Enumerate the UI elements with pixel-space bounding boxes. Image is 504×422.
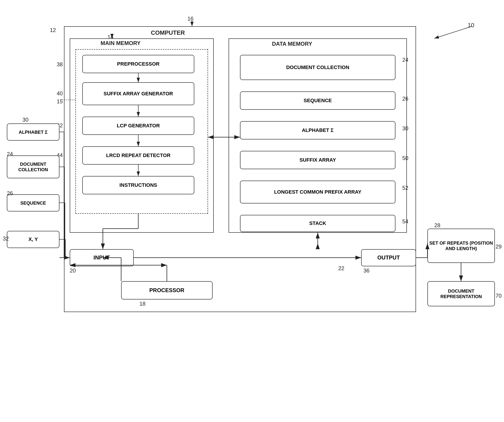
doc-collection-right-box: DOCUMENT COLLECTION: [240, 55, 396, 80]
input-box: INPUT: [70, 249, 134, 266]
set-of-repeats-label: SET OF REPEATS (POSITION AND LENGTH): [428, 240, 494, 251]
label-26-right: 26: [402, 96, 408, 102]
label-22: 22: [338, 265, 344, 271]
label-26-left: 26: [7, 190, 13, 197]
svg-line-4: [434, 26, 472, 38]
doc-collection-right-label: DOCUMENT COLLECTION: [286, 65, 349, 70]
sequence-right-label: SEQUENCE: [304, 98, 332, 103]
lrcd-box: LRCD REPEAT DETECTOR: [82, 146, 194, 165]
lcp-array-box: LONGEST COMMON PREFIX ARRAY: [240, 181, 396, 204]
output-label: OUTPUT: [377, 254, 400, 261]
computer-label: COMPUTER: [151, 29, 185, 36]
instructions-label: INSTRUCTIONS: [120, 182, 157, 188]
label-28: 28: [434, 222, 440, 229]
input-label: INPUT: [94, 254, 110, 261]
instructions-box: INSTRUCTIONS: [82, 176, 194, 194]
alphabet-left-box: ALPHABET Σ: [7, 123, 60, 141]
lcp-gen-box: LCP GENERATOR: [82, 117, 194, 135]
label-24-right: 24: [402, 57, 408, 63]
label-40: 40: [57, 90, 63, 97]
label-15: 15: [57, 98, 63, 105]
diagram: 10 COMPUTER 16 12 MAIN MEMORY 14 15 PREP…: [0, 0, 504, 422]
label-24-left: 24: [7, 151, 13, 157]
label-16: 16: [187, 16, 194, 22]
processor-box: PROCESSOR: [121, 281, 213, 300]
label-10: 10: [468, 22, 474, 29]
suffix-array-right-box: SUFFIX ARRAY: [240, 151, 396, 169]
label-36: 36: [363, 267, 370, 274]
doc-representation-label: DOCUMENT REPRESENTATION: [428, 288, 494, 299]
label-32: 32: [3, 235, 9, 242]
label-70: 70: [496, 293, 502, 299]
doc-collection-left-box: DOCUMENT COLLECTION: [7, 156, 60, 178]
sequence-right-box: SEQUENCE: [240, 91, 396, 110]
xy-box: X, Y: [7, 231, 60, 248]
label-38: 38: [57, 61, 63, 68]
label-20: 20: [70, 267, 76, 274]
label-54: 54: [402, 218, 408, 225]
label-30-right: 30: [402, 125, 408, 132]
stack-label: STACK: [309, 220, 326, 226]
lrcd-label: LRCD REPEAT DETECTOR: [106, 152, 170, 158]
doc-collection-left-label: DOCUMENT COLLECTION: [7, 161, 59, 172]
suffix-array-right-label: SUFFIX ARRAY: [300, 157, 336, 163]
preprocessor-box: PREPROCESSOR: [82, 55, 194, 73]
xy-label: X, Y: [28, 236, 38, 242]
lcp-array-label: LONGEST COMMON PREFIX ARRAY: [274, 189, 361, 195]
label-30-left: 30: [22, 117, 29, 123]
alphabet-right-label: ALPHABET Σ: [302, 127, 334, 133]
label-52: 52: [402, 185, 408, 191]
main-memory-label: MAIN MEMORY: [101, 40, 141, 46]
label-50: 50: [402, 155, 408, 161]
output-box: OUTPUT: [361, 249, 416, 266]
label-12: 12: [50, 27, 56, 33]
sequence-left-label: SEQUENCE: [20, 200, 46, 206]
preprocessor-label: PREPROCESSOR: [117, 61, 160, 67]
lcp-gen-label: LCP GENERATOR: [117, 123, 160, 129]
label-29: 29: [496, 243, 502, 250]
stack-box: STACK: [240, 215, 396, 232]
set-of-repeats-box: SET OF REPEATS (POSITION AND LENGTH): [427, 229, 495, 263]
processor-label: PROCESSOR: [149, 287, 184, 294]
label-14: 14: [108, 34, 114, 40]
alphabet-left-label: ALPHABET Σ: [19, 129, 48, 135]
suffix-array-gen-box: SUFFIX ARRAY GENERATOR: [82, 82, 194, 105]
suffix-array-gen-label: SUFFIX ARRAY GENERATOR: [103, 91, 173, 97]
doc-representation-box: DOCUMENT REPRESENTATION: [427, 281, 495, 306]
alphabet-right-box: ALPHABET Σ: [240, 121, 396, 139]
data-memory-label: DATA MEMORY: [272, 41, 312, 47]
sequence-left-box: SEQUENCE: [7, 194, 60, 211]
label-18: 18: [139, 301, 146, 307]
